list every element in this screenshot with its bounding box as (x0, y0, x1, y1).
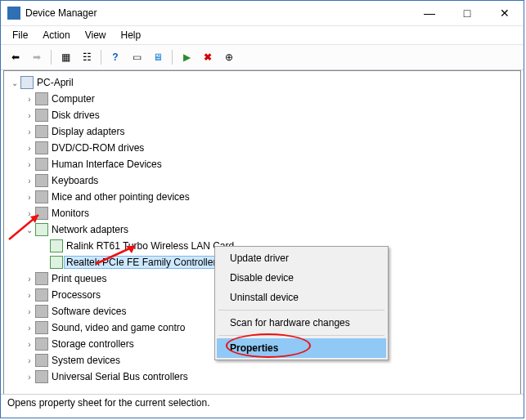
back-button[interactable]: ⬅ (6, 47, 25, 67)
ctx-properties-label: Properties (230, 342, 278, 354)
menu-view[interactable]: View (79, 28, 113, 42)
tree-item-usb[interactable]: ›Universal Serial Bus controllers (24, 369, 519, 385)
chevron-right-icon[interactable]: › (24, 144, 35, 153)
computer-category-icon (35, 92, 48, 105)
network-adapter-icon (50, 256, 63, 269)
tree-label: DVD/CD-ROM drives (52, 142, 144, 154)
show-hidden-button[interactable]: ▦ (56, 47, 75, 67)
tree-item-dvd[interactable]: ›DVD/CD-ROM drives (24, 140, 519, 156)
update-icon: ⊕ (225, 51, 233, 63)
tree-label: Computer (52, 93, 95, 105)
chevron-right-icon[interactable]: › (24, 209, 35, 218)
tree-root-label: PC-April (37, 77, 74, 88)
chevron-right-icon[interactable]: › (24, 356, 35, 365)
sound-icon (35, 321, 48, 334)
ctx-scan-hardware[interactable]: Scan for hardware changes (217, 313, 386, 333)
ctx-properties[interactable]: Properties (217, 338, 386, 358)
ctx-uninstall-device[interactable]: Uninstall device (217, 288, 386, 307)
disable-button[interactable]: ✖ (198, 47, 218, 67)
chevron-right-icon[interactable]: › (24, 307, 35, 316)
toolbar-separator (101, 50, 101, 65)
display-icon (35, 125, 48, 138)
help-button[interactable]: ? (106, 47, 125, 67)
context-separator (218, 335, 384, 336)
storage-icon (35, 337, 48, 351)
status-bar: Opens property sheet for the current sel… (1, 394, 524, 418)
ctx-disable-device[interactable]: Disable device (217, 268, 386, 288)
forward-button[interactable]: ➡ (27, 47, 47, 67)
tree-label: Disk drives (52, 109, 100, 121)
software-icon (35, 305, 48, 318)
grid-icon: ▦ (61, 51, 70, 63)
minimize-button[interactable]: ― (411, 1, 448, 25)
window-icon: ▭ (133, 51, 142, 63)
ctx-update-driver[interactable]: Update driver (217, 248, 386, 268)
monitor-category-icon (35, 207, 48, 220)
chevron-right-icon[interactable]: › (24, 373, 35, 382)
chevron-right-icon[interactable]: › (24, 324, 35, 333)
action-button[interactable]: ▭ (127, 47, 146, 67)
disk-icon (35, 109, 48, 122)
chevron-down-icon[interactable]: ⌄ (9, 78, 20, 87)
help-icon: ? (112, 51, 118, 63)
toolbar-separator (172, 50, 173, 65)
tree-label: Monitors (52, 208, 89, 219)
chevron-right-icon[interactable]: › (24, 340, 35, 349)
arrow-left-icon: ⬅ (11, 51, 20, 63)
tree-label: Human Interface Devices (52, 159, 162, 170)
tree-item-computer[interactable]: ›Computer (24, 91, 519, 107)
tree-item-hid[interactable]: ›Human Interface Devices (24, 156, 519, 172)
menu-bar: File Action View Help (1, 26, 524, 45)
tree-label: Network adapters (52, 224, 128, 235)
chevron-right-icon[interactable]: › (24, 111, 35, 120)
disable-icon: ✖ (204, 51, 212, 63)
update-button[interactable]: ⊕ (219, 47, 239, 67)
chevron-right-icon[interactable]: › (24, 193, 35, 202)
context-menu: Update driver Disable device Uninstall d… (214, 246, 389, 360)
tree-label: Ralink RT61 Turbo Wireless LAN Card (66, 240, 234, 252)
usb-icon (35, 370, 48, 383)
chevron-down-icon[interactable]: ⌄ (24, 226, 35, 235)
tree-item-mice[interactable]: ›Mice and other pointing devices (24, 189, 519, 205)
chevron-right-icon[interactable]: › (24, 291, 35, 300)
chevron-right-icon[interactable]: › (24, 176, 35, 185)
device-manager-window: Device Manager ― □ ✕ File Action View He… (0, 0, 524, 418)
arrow-right-icon: ➡ (33, 51, 41, 63)
hid-icon (35, 158, 48, 171)
status-text: Opens property sheet for the current sel… (7, 397, 209, 409)
toolbar: ⬅ ➡ ▦ ☷ ? ▭ 🖥 ▶ ✖ ⊕ (1, 45, 524, 70)
menu-help[interactable]: Help (115, 28, 148, 42)
tree-label: Print queues (52, 273, 106, 284)
tree-root[interactable]: ⌄ PC-April (9, 74, 519, 91)
tree-label: System devices (52, 355, 120, 366)
tree-label: Storage controllers (52, 338, 134, 350)
network-adapter-icon (50, 239, 63, 252)
list-icon: ☷ (83, 51, 92, 63)
tree-label: Software devices (52, 306, 126, 317)
keyboard-icon (35, 174, 48, 187)
chevron-right-icon[interactable]: › (24, 127, 35, 136)
tree-item-keyboards[interactable]: ›Keyboards (24, 172, 519, 189)
tree-item-display[interactable]: ›Display adapters (24, 123, 519, 140)
view-button[interactable]: ☷ (77, 47, 97, 67)
window-controls: ― □ ✕ (411, 1, 524, 25)
tree-item-disk[interactable]: ›Disk drives (24, 107, 519, 123)
system-icon (35, 354, 48, 367)
maximize-button[interactable]: □ (448, 1, 486, 25)
chevron-right-icon[interactable]: › (24, 160, 35, 169)
chevron-right-icon[interactable]: › (24, 95, 35, 104)
tree-label: Keyboards (52, 175, 98, 186)
chevron-right-icon[interactable]: › (24, 275, 35, 284)
scan-button[interactable]: 🖥 (148, 47, 168, 67)
tree-item-network-adapters[interactable]: ⌄Network adapters (24, 221, 519, 238)
app-icon (7, 7, 20, 20)
tree-item-monitors[interactable]: ›Monitors (24, 205, 519, 221)
network-icon (35, 223, 48, 236)
monitor-icon: 🖥 (153, 51, 163, 63)
enable-button[interactable]: ▶ (177, 47, 196, 67)
close-button[interactable]: ✕ (486, 1, 524, 25)
menu-file[interactable]: File (6, 28, 34, 42)
mouse-icon (35, 190, 48, 203)
dvd-icon (35, 141, 48, 154)
menu-action[interactable]: Action (36, 28, 76, 42)
